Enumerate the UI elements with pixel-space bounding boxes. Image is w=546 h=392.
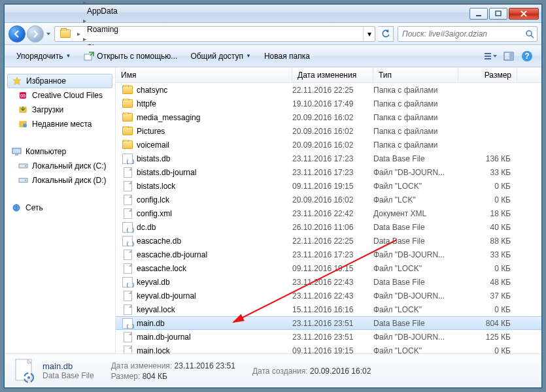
file-row[interactable]: voicemail20.09.2016 16:02Папка с файлами — [116, 138, 541, 152]
sidebar-network-label: Сеть — [26, 203, 43, 212]
details-filename: main.db — [43, 361, 94, 371]
file-row[interactable]: eascache.lock09.11.2016 19:15Файл "LOCK"… — [116, 261, 541, 275]
drive-icon — [18, 175, 28, 186]
col-name[interactable]: Имя — [116, 67, 292, 82]
file-icon — [122, 195, 133, 205]
sidebar-item[interactable]: Загрузки — [5, 103, 115, 117]
main-pane: Имя Дата изменения Тип Размер chatsync22… — [116, 67, 541, 353]
sidebar-computer-label: Компьютер — [26, 147, 66, 156]
file-row[interactable]: main.lock09.11.2016 19:15Файл "LOCK"0 КБ — [116, 344, 541, 353]
share-button[interactable]: Общий доступ▼ — [184, 48, 258, 64]
drive-icon — [18, 161, 28, 171]
file-icon — [122, 112, 133, 123]
back-button[interactable] — [9, 25, 26, 42]
breadcrumb-segment[interactable]: AppData — [82, 7, 150, 16]
file-row[interactable]: Pictures20.09.2016 16:02Папка с файлами — [116, 124, 541, 138]
search-box[interactable] — [398, 26, 537, 42]
file-row[interactable]: config.lck20.09.2016 16:02Файл "LCK"0 КБ — [116, 193, 541, 206]
file-icon — [122, 236, 133, 246]
file-row[interactable]: eascache.db-journal23.11.2016 17:23Файл … — [116, 248, 541, 261]
svg-rect-16 — [12, 148, 21, 154]
svg-rect-5 — [485, 56, 491, 57]
svg-rect-0 — [476, 15, 481, 16]
file-row[interactable]: keyval.db23.11.2016 22:43Data Base File4… — [116, 275, 541, 289]
file-row[interactable]: bistats.lock09.11.2016 19:15Файл "LOCK"0… — [116, 179, 541, 193]
file-row[interactable]: dc.db26.10.2016 11:06Data Base File40 КБ — [116, 220, 541, 234]
preview-pane-button[interactable] — [500, 48, 518, 64]
details-filetype: Data Base File — [43, 371, 94, 380]
close-button[interactable] — [509, 8, 539, 20]
file-row[interactable]: bistats.db23.11.2016 17:23Data Base File… — [116, 152, 541, 165]
file-icon — [122, 263, 133, 274]
forward-button[interactable] — [27, 25, 44, 42]
sidebar-item[interactable]: Локальный диск (D:) — [5, 173, 115, 188]
sidebar-favorites[interactable]: Избранное — [7, 74, 112, 88]
star-icon — [12, 76, 22, 86]
breadcrumb[interactable]: ▸ БОБРЫ▸AppData▸Roaming▸Skype▸live#3aigo… — [54, 26, 375, 42]
file-icon — [122, 181, 133, 191]
file-row[interactable]: config.xml23.11.2016 22:42Документ XML18… — [116, 206, 541, 220]
toolbar: Упорядочить▼ Открыть с помощью... Общий … — [5, 45, 541, 67]
folder-icon[interactable] — [55, 27, 76, 41]
svg-text:?: ? — [524, 52, 529, 61]
minimize-button[interactable] — [469, 8, 488, 20]
svg-rect-6 — [485, 58, 491, 59]
sidebar-icon — [18, 105, 28, 115]
file-list[interactable]: chatsync22.11.2016 22:25Папка с файламиh… — [116, 83, 541, 353]
svg-rect-1 — [496, 11, 501, 16]
help-button[interactable]: ? — [518, 48, 536, 64]
sidebar-network[interactable]: Сеть — [5, 201, 115, 215]
navbar: ▸ БОБРЫ▸AppData▸Roaming▸Skype▸live#3aigo… — [5, 23, 541, 45]
svg-rect-17 — [15, 154, 18, 155]
svg-rect-4 — [485, 53, 491, 54]
sidebar-item[interactable]: Локальный диск (C:) — [5, 159, 115, 173]
col-type[interactable]: Тип — [373, 67, 458, 82]
file-icon — [122, 291, 133, 301]
sidebar-item[interactable]: Недавние места — [5, 117, 115, 131]
file-row[interactable]: eascache.db22.11.2016 22:25Data Base Fil… — [116, 234, 541, 248]
svg-point-26 — [27, 376, 30, 379]
svg-point-19 — [25, 165, 26, 167]
file-icon — [122, 126, 133, 137]
search-input[interactable] — [398, 29, 522, 39]
new-folder-button[interactable]: Новая папка — [258, 48, 316, 64]
file-row[interactable]: keyval.db-journal23.11.2016 22:43Файл "D… — [116, 289, 541, 302]
file-icon — [122, 140, 133, 150]
file-row[interactable]: keyval.lock15.11.2016 16:16Файл "LOCK"0 … — [116, 302, 541, 316]
organize-button[interactable]: Упорядочить▼ — [10, 48, 77, 64]
file-icon — [122, 99, 133, 109]
breadcrumb-dropdown[interactable]: ▾ — [363, 27, 375, 41]
svg-point-15 — [23, 123, 27, 127]
file-icon — [122, 167, 133, 178]
svg-text:∞: ∞ — [20, 91, 26, 100]
col-size[interactable]: Размер — [458, 67, 517, 82]
file-row[interactable]: bistats.db-journal23.11.2016 17:23Файл "… — [116, 165, 541, 179]
network-icon — [11, 203, 22, 213]
open-with-button[interactable]: Открыть с помощью... — [77, 48, 184, 64]
file-row[interactable]: main.db-journal23.11.2016 23:51Файл "DB-… — [116, 330, 541, 344]
column-headers: Имя Дата изменения Тип Размер — [116, 67, 541, 83]
sidebar-computer[interactable]: Компьютер — [5, 144, 115, 159]
explorer-window: ▸ БОБРЫ▸AppData▸Roaming▸Skype▸live#3aigo… — [4, 4, 542, 388]
history-dropdown-icon[interactable] — [45, 26, 52, 42]
view-options-button[interactable] — [481, 48, 500, 64]
file-row[interactable]: media_messaging20.09.2016 16:02Папка с ф… — [116, 110, 541, 124]
maximize-button[interactable] — [489, 8, 507, 20]
search-icon[interactable] — [522, 29, 537, 39]
sidebar-icon: ∞ — [18, 90, 28, 101]
refresh-button[interactable] — [378, 26, 394, 42]
sidebar-icon — [18, 119, 28, 129]
sidebar-item[interactable]: ∞Creative Cloud Files — [5, 88, 115, 103]
file-icon — [122, 222, 133, 233]
file-row[interactable]: chatsync22.11.2016 22:25Папка с файлами — [116, 83, 541, 97]
sidebar-favorites-label: Избранное — [26, 76, 66, 86]
svg-point-21 — [25, 180, 26, 181]
file-row[interactable]: main.db23.11.2016 23:51Data Base File804… — [116, 316, 541, 330]
file-icon — [122, 304, 133, 315]
breadcrumb-segment[interactable]: Roaming — [82, 25, 150, 34]
computer-icon — [11, 146, 22, 157]
sidebar: Избранное ∞Creative Cloud FilesЗагрузкиН… — [5, 67, 116, 353]
file-row[interactable]: httpfe19.10.2016 17:49Папка с файлами — [116, 97, 541, 110]
col-date[interactable]: Дата изменения — [292, 67, 373, 82]
file-icon — [122, 346, 133, 354]
